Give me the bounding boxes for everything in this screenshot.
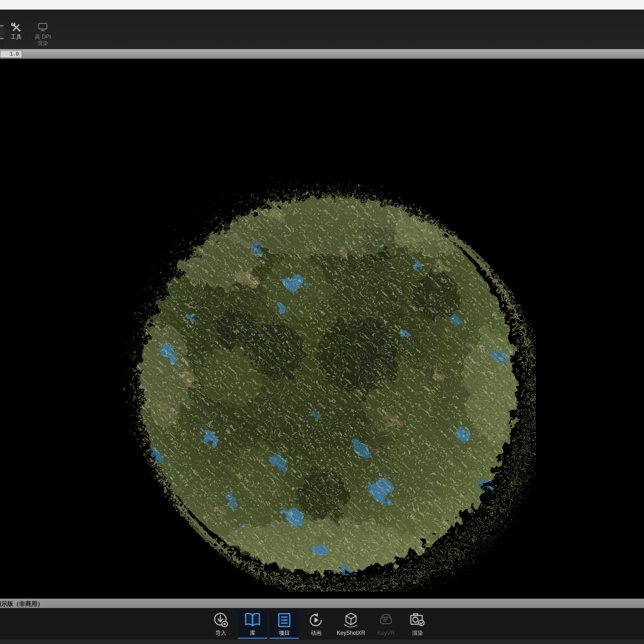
hud-fps-cell: 1.0 <box>0 50 22 58</box>
vr-headset-icon <box>377 610 395 630</box>
render-camera-icon <box>408 610 427 630</box>
moss-sphere-render <box>122 178 536 592</box>
animation-button[interactable]: 动画 <box>301 610 331 639</box>
project-list-icon <box>275 610 293 630</box>
keyshotxr-label: KeyShotXR <box>337 630 365 636</box>
background-window-strip <box>0 0 644 10</box>
library-button[interactable]: 库 <box>238 610 267 639</box>
library-label: 库 <box>250 630 255 636</box>
render-label: 渲染 <box>412 630 423 636</box>
tools-icon <box>10 21 22 34</box>
toolbar-separator <box>28 20 29 47</box>
keyshotxr-button[interactable]: KeyShotXR <box>333 610 369 639</box>
demo-version-label: 演示版（非商用） <box>0 600 43 608</box>
dock-bottom-strip <box>0 639 644 644</box>
import-button[interactable]: 导入 <box>206 610 236 639</box>
bottom-dock: 导入 库 <box>0 608 644 644</box>
render-viewport[interactable] <box>0 59 644 598</box>
tools-button[interactable]: 工具 <box>6 21 26 47</box>
dock-items: 导入 库 <box>0 610 641 639</box>
render-button[interactable]: 渲染 <box>403 610 432 639</box>
project-button[interactable]: 项目 <box>270 610 299 639</box>
top-toolbar: 工具 高 DPI 渲染 <box>0 10 644 50</box>
high-dpi-render-button[interactable]: 高 DPI 渲染 <box>29 21 56 47</box>
status-bar: 演示版（非商用） <box>0 598 644 608</box>
keyvr-button[interactable]: KeyVR <box>371 610 401 639</box>
high-dpi-label-line1: 高 DPI <box>34 34 51 40</box>
hud-bar: 1.0 <box>0 49 644 59</box>
animation-label: 动画 <box>310 630 322 636</box>
app-window: 工具 高 DPI 渲染 1.0 m 33s 14 2,352 5,041 119… <box>0 0 644 644</box>
import-icon <box>212 610 230 630</box>
monitor-icon <box>37 21 49 34</box>
toolbar-separator <box>4 20 5 47</box>
keyvr-label: KeyVR <box>377 630 394 636</box>
tools-label: 工具 <box>11 34 22 40</box>
library-book-icon <box>243 610 262 630</box>
xr-cube-icon <box>341 610 361 630</box>
animation-play-icon <box>307 610 325 630</box>
import-label: 导入 <box>215 630 226 636</box>
high-dpi-label-line2: 渲染 <box>37 40 48 46</box>
project-label: 项目 <box>279 630 290 636</box>
